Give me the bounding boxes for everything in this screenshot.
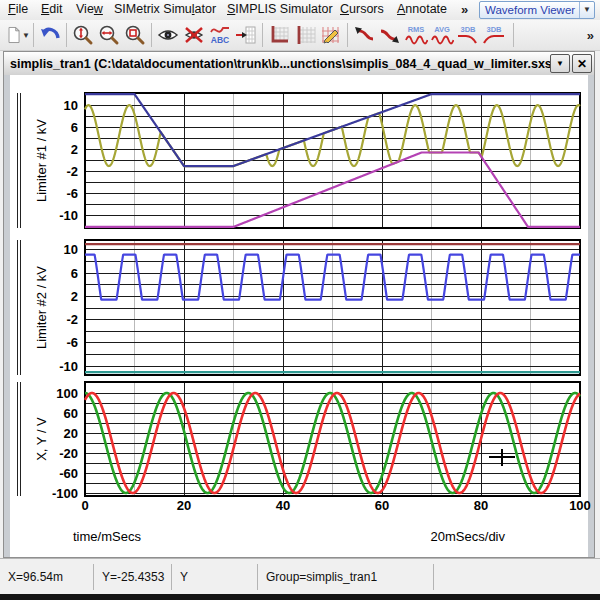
menu-file[interactable]: File bbox=[8, 2, 28, 16]
annotate-graph-button[interactable]: ABC bbox=[207, 22, 233, 48]
edit-grid-icon bbox=[319, 23, 343, 47]
toolbar-overflow-chevron[interactable]: » bbox=[587, 28, 594, 43]
3db-lowpass-icon: 3DB bbox=[456, 23, 480, 47]
status-cursor-x: X=96.54m bbox=[0, 564, 94, 590]
new-axis-icon bbox=[267, 23, 291, 47]
graph-client-area[interactable] bbox=[4, 75, 594, 557]
eye-icon bbox=[156, 23, 180, 47]
zoom-y-button[interactable] bbox=[70, 22, 96, 48]
annotate-graph-icon: ABC bbox=[208, 23, 232, 47]
new-grid-icon bbox=[293, 23, 317, 47]
toolbar-separator bbox=[66, 23, 67, 47]
svg-text:3DB: 3DB bbox=[460, 25, 476, 34]
undo-icon bbox=[38, 23, 62, 47]
new-axis-button[interactable] bbox=[266, 22, 292, 48]
menu-overflow-chevron[interactable]: » bbox=[461, 2, 468, 17]
chevron-down-icon: ▼ bbox=[22, 31, 30, 40]
svg-text:RMS: RMS bbox=[408, 25, 425, 34]
toolbar: ▼ bbox=[0, 20, 600, 51]
toolbar-separator bbox=[513, 23, 514, 47]
menu-view[interactable]: View bbox=[76, 2, 103, 16]
window-title: simplis_tran1 (C:\data\documentation\tru… bbox=[4, 57, 550, 71]
svg-text:3DB: 3DB bbox=[486, 25, 502, 34]
toolbar-separator bbox=[151, 23, 152, 47]
edit-grid-button[interactable] bbox=[318, 22, 344, 48]
smooth-curve-down-button[interactable] bbox=[377, 22, 403, 48]
zoom-x-icon bbox=[97, 23, 121, 47]
3db-highpass-icon: 3DB bbox=[482, 23, 506, 47]
status-cursor-y: Y=-25.4353 bbox=[94, 564, 172, 590]
menu-annotate[interactable]: Annotate bbox=[397, 2, 447, 16]
move-curve-to-axis-icon bbox=[234, 23, 258, 47]
close-icon: ✕ bbox=[577, 57, 587, 71]
move-curve-to-axis-button[interactable] bbox=[233, 22, 259, 48]
new-grid-button[interactable] bbox=[292, 22, 318, 48]
x-axis-title: time/mSecs bbox=[73, 529, 141, 544]
rms-icon: RMS bbox=[404, 23, 428, 47]
3db-lowpass-button[interactable]: 3DB bbox=[455, 22, 481, 48]
taskbar-strip bbox=[0, 594, 600, 600]
new-document-icon bbox=[4, 23, 24, 47]
x-axis-per-div-label: 20mSecs/div bbox=[431, 529, 505, 544]
show-curve-button[interactable] bbox=[155, 22, 181, 48]
smooth-curve-up-button[interactable] bbox=[351, 22, 377, 48]
zoom-area-button[interactable] bbox=[122, 22, 148, 48]
eye-crossed-icon bbox=[182, 23, 206, 47]
curve-arrow-down-icon bbox=[378, 23, 402, 47]
chevron-down-icon: ▼ bbox=[556, 59, 564, 68]
status-group: Group=simplis_tran1 bbox=[258, 564, 434, 590]
menu-edit[interactable]: Edit bbox=[41, 2, 63, 16]
menu-cursors[interactable]: Cursors bbox=[340, 2, 384, 16]
window-close-button[interactable]: ✕ bbox=[572, 54, 592, 73]
chevron-down-icon: ▼ bbox=[579, 2, 594, 18]
avg-icon: AVG bbox=[430, 23, 454, 47]
undo-button[interactable] bbox=[37, 22, 63, 48]
svg-text:ABC: ABC bbox=[211, 35, 229, 45]
toolbar-separator bbox=[347, 23, 348, 47]
hide-curve-button[interactable] bbox=[181, 22, 207, 48]
zoom-x-button[interactable] bbox=[96, 22, 122, 48]
menu-simplis-simulator[interactable]: SIMPLIS Simulator bbox=[227, 2, 333, 16]
status-curve-name: Y bbox=[172, 564, 258, 590]
rms-button[interactable]: RMS bbox=[403, 22, 429, 48]
avg-button[interactable]: AVG bbox=[429, 22, 455, 48]
menu-simetrix-simulator[interactable]: SIMetrix Simulator bbox=[114, 2, 216, 16]
zoom-y-icon bbox=[71, 23, 95, 47]
svg-text:AVG: AVG bbox=[434, 25, 450, 34]
3db-highpass-button[interactable]: 3DB bbox=[481, 22, 507, 48]
toolbar-separator bbox=[262, 23, 263, 47]
status-spare bbox=[434, 564, 600, 590]
status-bar: X=96.54m Y=-25.4353 Y Group=simplis_tran… bbox=[0, 558, 600, 594]
menu-bar: File Edit View SIMetrix Simulator SIMPLI… bbox=[0, 0, 600, 21]
zoom-area-icon bbox=[123, 23, 147, 47]
window-menu-button[interactable]: ▼ bbox=[550, 54, 570, 73]
waveform-window-titlebar[interactable]: simplis_tran1 (C:\data\documentation\tru… bbox=[4, 52, 594, 76]
waveform-window: simplis_tran1 (C:\data\documentation\tru… bbox=[3, 51, 595, 558]
viewer-mode-value: Waveform Viewer bbox=[480, 4, 579, 16]
toolbar-separator bbox=[33, 23, 34, 47]
new-document-button[interactable]: ▼ bbox=[4, 22, 30, 48]
viewer-mode-select[interactable]: Waveform Viewer ▼ bbox=[479, 1, 595, 19]
curve-arrow-up-icon bbox=[352, 23, 376, 47]
